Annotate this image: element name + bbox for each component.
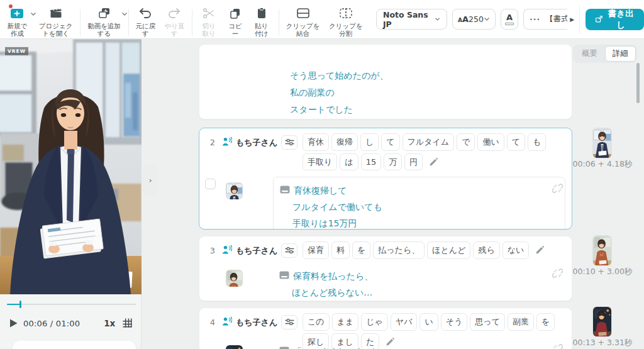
word-token[interactable]: は — [340, 153, 358, 171]
clip-thumbnail[interactable] — [226, 270, 243, 287]
open-project-button[interactable]: プロジェクトを開く — [35, 6, 77, 38]
transcript-row[interactable]: 3もち子さん保育料を払ったら、ほとんど残らない保育料を払ったら、ほとんど残らない… — [199, 236, 572, 301]
seek-handle[interactable] — [19, 301, 21, 308]
word-token[interactable]: 働い — [477, 133, 504, 151]
word-token[interactable]: も — [528, 133, 546, 151]
merge-clips-button[interactable]: クリップを結合 — [281, 6, 324, 38]
tab-overview[interactable]: 概要 — [574, 46, 605, 62]
font-family-select[interactable]: Noto Sans JP — [376, 9, 447, 30]
toolbar-separator — [579, 5, 580, 34]
toolbar-expand-arrow[interactable]: ▶ — [570, 16, 574, 23]
word-token[interactable]: 残ら — [473, 241, 499, 259]
word-token[interactable]: し — [360, 133, 379, 151]
split-clip-button[interactable]: クリップを分割 — [325, 6, 367, 38]
row-header: 3もち子さん保育料を払ったら、ほとんど残らない — [199, 236, 572, 259]
word-token[interactable]: フルタイム — [402, 133, 455, 151]
clip-thumbnail[interactable] — [226, 345, 243, 349]
font-size-select[interactable]: AA 250 — [452, 9, 496, 30]
edit-pencil-icon[interactable] — [425, 153, 441, 170]
word-token[interactable]: 料 — [331, 241, 350, 259]
text-color-button[interactable]: A — [501, 9, 518, 30]
subtitle-line: スタートでした — [290, 101, 572, 118]
word-token[interactable]: 副業 — [508, 313, 534, 331]
subtitle-text[interactable]: そう思って始めたのが、私の副業のスタートでした — [199, 45, 572, 118]
word-token[interactable]: で — [457, 133, 475, 151]
word-token[interactable]: て — [507, 133, 525, 151]
seek-bar[interactable] — [7, 300, 136, 309]
speaker-icon — [222, 245, 232, 257]
paste-button[interactable]: 貼り付け — [247, 6, 276, 38]
clipboard-icon — [256, 6, 267, 21]
subtitle-line: 保育料を払ったら、 — [279, 268, 544, 284]
scrollbar-thumb[interactable] — [636, 63, 640, 103]
new-project-button[interactable]: 新規で作成 — [0, 6, 35, 38]
word-token[interactable]: そう — [441, 313, 468, 331]
speaker-chip[interactable]: もち子さん — [222, 313, 303, 330]
playback-speed-button[interactable]: 1x — [104, 318, 115, 328]
speaker-settings-button[interactable] — [281, 135, 297, 150]
clip-thumbnail[interactable] — [226, 182, 243, 199]
export-button[interactable]: 書き出し — [586, 9, 644, 30]
clip-duration: 00:13 + 3.31秒 — [562, 338, 643, 348]
subtitle-line: 私の副業の — [290, 84, 572, 101]
word-token[interactable]: この — [303, 313, 330, 331]
add-video-button[interactable]: 動画を追加する — [82, 6, 125, 38]
word-token[interactable]: を — [352, 241, 370, 259]
word-token[interactable]: 円 — [404, 153, 423, 171]
word-token[interactable]: 払ったら、 — [373, 241, 425, 259]
subtitle-icon — [280, 182, 290, 199]
timeline-thumbnail[interactable] — [593, 128, 611, 158]
transcript-row[interactable]: そう思って始めたのが、私の副業のスタートでした — [199, 44, 572, 119]
timeline-thumbnail[interactable] — [593, 307, 611, 336]
mixer-icon — [285, 245, 294, 257]
word-token[interactable]: を — [536, 313, 555, 331]
word-token[interactable]: まま — [332, 313, 359, 331]
word-token[interactable]: 手取り — [303, 153, 337, 171]
speaker-settings-button[interactable] — [281, 243, 297, 258]
format-preset-button[interactable]: ··· 【書式】メ — [523, 9, 567, 30]
speaker-settings-button[interactable] — [281, 315, 297, 330]
word-token[interactable]: じゃ — [361, 313, 388, 331]
word-token[interactable]: 復帰 — [331, 133, 358, 151]
word-token[interactable]: 万 — [384, 153, 402, 171]
subtitle-text[interactable]: 育休復帰してフルタイムで働いても手取りは15万円 — [273, 177, 565, 230]
player-controls: 00:06 / 01:00 1x — [0, 311, 142, 336]
vrew-watermark: VREW — [5, 47, 28, 56]
subtitle-text[interactable]: 保育料を払ったら、ほとんど残らない… — [273, 264, 550, 301]
unlink-icon[interactable] — [552, 183, 563, 196]
grid-icon[interactable] — [123, 318, 134, 329]
tab-detail[interactable]: 詳細 — [605, 46, 636, 62]
panel-collapse-button[interactable]: › — [142, 164, 158, 196]
video-panel: VREW 00:06 / 01:00 1x — [0, 39, 142, 349]
undo-button[interactable]: 元に戻す — [131, 6, 160, 38]
video-preview[interactable]: VREW — [0, 39, 142, 294]
word-token[interactable]: い — [419, 313, 438, 331]
toolbar-separator — [80, 9, 80, 36]
word-token[interactable]: 15 — [361, 153, 382, 171]
copy-button[interactable]: コピー — [223, 6, 247, 38]
word-token[interactable]: 思って — [470, 313, 505, 331]
word-token[interactable]: 保育 — [303, 241, 329, 259]
subtitle-text[interactable]: 「このままじゃヤバい」 — [273, 340, 550, 349]
clapperboard-icon — [49, 6, 63, 21]
redo-icon — [167, 6, 182, 21]
redo-button[interactable]: やり直す — [160, 6, 189, 38]
word-token[interactable]: ほとんど — [427, 241, 470, 259]
row-number: 2 — [203, 133, 222, 147]
play-button[interactable] — [9, 318, 18, 328]
word-token[interactable]: ヤバ — [391, 313, 418, 331]
word-token[interactable]: 育休 — [303, 133, 329, 151]
timeline-thumbnail[interactable] — [593, 236, 611, 265]
word-token[interactable]: て — [381, 133, 399, 151]
edit-pencil-icon[interactable] — [531, 242, 548, 258]
speaker-chip[interactable]: もち子さん — [222, 133, 303, 150]
timeline-strip — [13, 341, 136, 349]
word-token[interactable]: ない — [502, 241, 530, 259]
cut-button[interactable]: 切り取り — [194, 6, 223, 38]
transcript-row[interactable]: 2もち子さん育休復帰してフルタイムで働いても手取りは15万円育休復帰してフルタイ… — [199, 128, 572, 230]
subtitle-line: 「このままじゃヤバい」 — [279, 343, 544, 349]
chevron-down-icon[interactable] — [121, 10, 128, 18]
transcript-row[interactable]: 4もち子さんこのままじゃヤバいそう思って副業を探しました「このままじゃヤバい」 — [199, 307, 572, 349]
row-checkbox[interactable] — [205, 179, 216, 189]
speaker-chip[interactable]: もち子さん — [222, 241, 303, 258]
